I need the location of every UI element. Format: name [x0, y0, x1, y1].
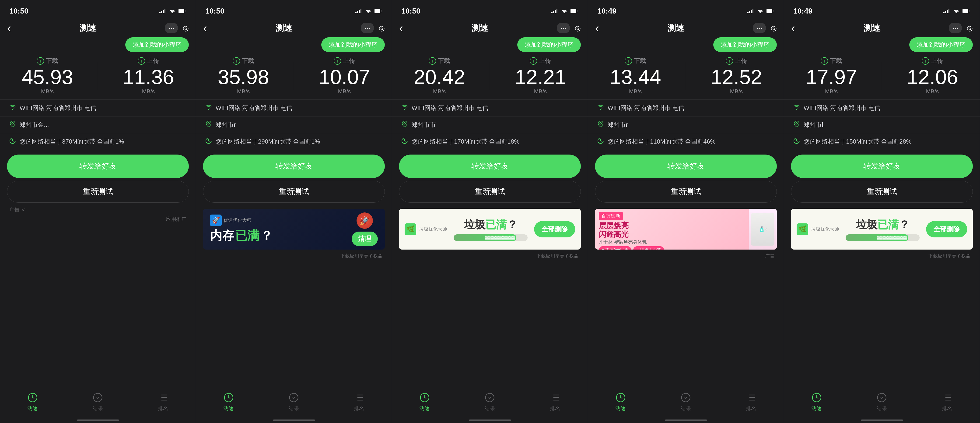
upload-icon: ↑: [334, 57, 341, 65]
bottom-nav-results[interactable]: 结果: [485, 393, 495, 412]
bottom-nav-results[interactable]: 结果: [877, 393, 887, 412]
nav-target-button[interactable]: ◎: [379, 24, 385, 32]
speedometer-icon: [205, 137, 212, 146]
ad-banner[interactable]: 百万试新 层层焕亮闪耀高光 凡士林 褶皱焕亮身体乳 ■ 正装0元试用 立即点击中…: [595, 209, 777, 249]
bottom-nav-rank[interactable]: 排名: [550, 393, 560, 412]
bottom-nav-speed[interactable]: 测速: [616, 393, 626, 412]
ad-banner[interactable]: 🚀 优速优化大师 内存 已满 ？ 🚀 清理: [203, 209, 385, 249]
status-icons: [551, 9, 578, 13]
share-button[interactable]: 转发给好友: [399, 155, 581, 178]
svg-rect-17: [357, 11, 358, 13]
upload-label: 上传: [539, 57, 551, 65]
nav-back-button[interactable]: ‹: [595, 22, 599, 34]
bottom-nav-speed[interactable]: 测速: [811, 393, 822, 412]
upload-speed: ↑ 上传 12.52 MB/s: [711, 57, 762, 95]
status-icons: [748, 9, 775, 13]
nav-title: 测速: [864, 22, 880, 34]
speed-section: ↓ 下载 17.97 MB/s ↑ 上传 12.06 MB/s: [784, 54, 980, 99]
download-unit: MB/s: [218, 88, 269, 95]
retest-button[interactable]: 重新测试: [791, 181, 973, 203]
bottom-nav-speed[interactable]: 测速: [420, 393, 430, 412]
location-icon: [10, 121, 16, 129]
bottom-nav-rank[interactable]: 排名: [942, 393, 952, 412]
nav-back-button[interactable]: ‹: [791, 22, 795, 34]
nav-target-button[interactable]: ◎: [771, 24, 777, 32]
bottom-nav-rank-label: 排名: [942, 405, 952, 412]
upload-value: 12.21: [515, 67, 566, 87]
svg-point-7: [12, 123, 14, 124]
phone-panel-3: 10:50 ‹ 测速: [392, 0, 588, 423]
ad-banner[interactable]: 🌿 垃圾优化大师 垃圾已满？ ▓▓▓▓▓▓▓▓▓▓▓ 全部删除: [399, 209, 581, 249]
download-icon: ↓: [821, 57, 828, 65]
battery-icon: [962, 9, 970, 13]
nav-more-button[interactable]: ···: [361, 22, 374, 34]
nav-target-button[interactable]: ◎: [183, 24, 189, 32]
battery-icon: [374, 9, 382, 13]
retest-button[interactable]: 重新测试: [203, 181, 385, 203]
nav-target-button[interactable]: ◎: [575, 24, 581, 32]
bottom-nav-speed-label: 测速: [27, 405, 38, 412]
nav-more-button[interactable]: ···: [753, 22, 766, 34]
retest-button[interactable]: 重新测试: [595, 181, 777, 203]
speedometer-icon: [597, 137, 604, 146]
bottom-nav-rank[interactable]: 排名: [746, 393, 756, 412]
bottom-nav-rank[interactable]: 排名: [158, 393, 168, 412]
nav-target-button[interactable]: ◎: [967, 24, 973, 32]
phone-panel-4: 10:49 ‹ 测速: [588, 0, 784, 423]
speed-divider: [294, 62, 294, 90]
download-speed: ↓ 下载 35.98 MB/s: [218, 57, 269, 95]
wifi-info-row: WIFI网络 河南省郑州市 电信: [196, 99, 392, 116]
location-icon: [401, 121, 408, 129]
upload-unit: MB/s: [123, 88, 174, 95]
upload-label: 上传: [343, 57, 355, 65]
retest-button[interactable]: 重新测试: [7, 181, 189, 203]
location-row: 郑州市r: [588, 116, 784, 133]
add-miniapp-button[interactable]: 添加到我的小程序: [713, 37, 777, 52]
nav-back-button[interactable]: ‹: [203, 22, 207, 34]
status-bar: 10:50: [392, 0, 588, 19]
battery-icon: [570, 9, 578, 13]
add-miniapp-button[interactable]: 添加到我的小程序: [321, 37, 385, 52]
bottom-nav-results-label: 结果: [877, 405, 887, 412]
ad-banner[interactable]: 🌿 垃圾优化大师 垃圾已满？ ▓▓▓▓▓▓▓▓▓▓▓ 全部删除: [791, 209, 973, 249]
bottom-nav-results[interactable]: 结果: [289, 393, 299, 412]
add-miniapp-button[interactable]: 添加到我的小程序: [517, 37, 581, 52]
share-button[interactable]: 转发给好友: [791, 155, 973, 178]
battery-icon: [178, 9, 186, 13]
upload-label: 上传: [735, 57, 747, 65]
wifi-info-icon: [793, 104, 800, 112]
nav-more-button[interactable]: ···: [557, 22, 570, 34]
location-text: 郑州市l.: [803, 121, 825, 129]
share-button[interactable]: 转发给好友: [203, 155, 385, 178]
bottom-nav-rank[interactable]: 排名: [354, 393, 364, 412]
speed-divider: [490, 62, 490, 90]
home-indicator: [665, 420, 707, 421]
bottom-nav-results[interactable]: 结果: [681, 393, 691, 412]
nav-back-button[interactable]: ‹: [399, 22, 403, 34]
wifi-info-text: WIFI网络 河南省郑州市 电信: [608, 104, 684, 112]
bottom-nav: 测速 结果 排名: [196, 387, 392, 423]
svg-point-71: [796, 123, 797, 124]
bottom-nav-results[interactable]: 结果: [92, 393, 103, 412]
network-desc-row: 您的网络相当于290M的宽带 全国前1%: [196, 133, 392, 150]
retest-button[interactable]: 重新测试: [399, 181, 581, 203]
share-button[interactable]: 转发给好友: [7, 155, 189, 178]
bottom-nav-rank-label: 排名: [354, 405, 364, 412]
bottom-nav-speed[interactable]: 测速: [224, 393, 234, 412]
share-button[interactable]: 转发给好友: [595, 155, 777, 178]
network-desc-text: 您的网络相当于170M的宽带 全国前18%: [412, 137, 519, 146]
bottom-nav-rank-label: 排名: [746, 405, 756, 412]
add-miniapp-button[interactable]: 添加到我的小程序: [125, 37, 189, 52]
nav-back-button[interactable]: ‹: [7, 22, 11, 34]
download-value: 35.98: [218, 67, 269, 87]
nav-more-button[interactable]: ···: [165, 22, 178, 34]
speedometer-icon: [793, 137, 800, 146]
network-desc-row: 您的网络相当于370M的宽带 全国前1%: [0, 133, 196, 150]
add-miniapp-button[interactable]: 添加到我的小程序: [909, 37, 973, 52]
bottom-nav-speed[interactable]: 测速: [27, 393, 38, 412]
nav-more-button[interactable]: ···: [949, 22, 962, 34]
network-desc-row: 您的网络相当于110M的宽带 全国前46%: [588, 133, 784, 150]
status-icons: [355, 9, 382, 13]
upload-label: 上传: [147, 57, 159, 65]
svg-rect-37: [571, 9, 576, 13]
